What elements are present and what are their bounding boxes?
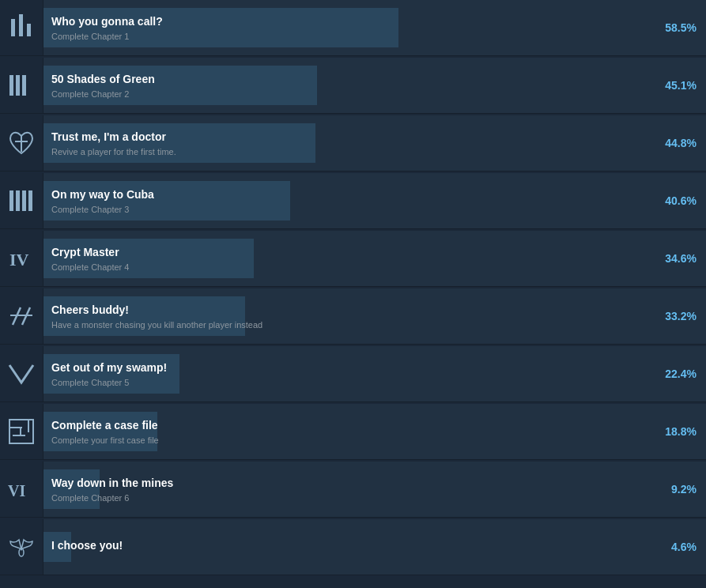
achievement-content: Cheers buddy!Have a monster chasing you … [43, 296, 651, 336]
achievement-row[interactable]: Cheers buddy!Have a monster chasing you … [0, 288, 706, 345]
achievement-content: On my way to CubaComplete Chapter 3 [43, 181, 651, 220]
achievement-description: Complete Chapter 2 [51, 89, 643, 99]
achievement-title: Complete a case file [51, 418, 643, 434]
achievement-title: Who you gonna call? [51, 14, 643, 30]
achievement-content: Who you gonna call?Complete Chapter 1 [43, 8, 651, 47]
achievement-description: Have a monster chasing you kill another … [51, 320, 643, 330]
achievement-row[interactable]: 50 Shades of GreenComplete Chapter 245.1… [0, 58, 706, 114]
achievement-icon-complete-a-case-file [0, 404, 43, 459]
achievement-percent: 45.1% [651, 79, 706, 92]
achievement-description: Revive a player for the first time. [51, 147, 643, 156]
achievement-description: Complete Chapter 4 [51, 262, 643, 272]
svg-rect-2 [27, 24, 31, 36]
achievement-content: 50 Shades of GreenComplete Chapter 2 [43, 66, 651, 105]
achievement-content: I choose you! [43, 532, 651, 562]
achievement-icon-who-you-gonna-call [0, 0, 43, 55]
achievement-percent: 18.8% [651, 425, 706, 438]
achievements-list: Who you gonna call?Complete Chapter 158.… [0, 0, 706, 575]
achievement-row[interactable]: On my way to CubaComplete Chapter 340.6% [0, 173, 706, 229]
achievement-percent: 34.6% [651, 252, 706, 265]
achievement-title: I choose you! [51, 538, 643, 554]
achievement-row[interactable]: VIWay down in the minesComplete Chapter … [0, 462, 706, 518]
achievement-title: On my way to Cuba [51, 187, 643, 203]
achievement-icon-i-choose-you [0, 519, 43, 575]
achievement-title: Cheers buddy! [51, 303, 643, 318]
achievement-title: Get out of my swamp! [51, 360, 643, 376]
svg-text:VI: VI [8, 482, 25, 499]
achievement-description: Complete Chapter 6 [51, 493, 643, 503]
achievement-icon-trust-me-im-a-doctor [0, 115, 43, 171]
svg-rect-0 [11, 19, 15, 36]
achievement-row[interactable]: Who you gonna call?Complete Chapter 158.… [0, 0, 706, 56]
svg-rect-11 [28, 190, 32, 211]
svg-rect-1 [19, 14, 23, 36]
achievement-description: Complete your first case file [51, 435, 643, 445]
achievement-icon-get-out-of-my-swamp [0, 346, 43, 401]
achievement-row[interactable]: Trust me, I'm a doctorRevive a player fo… [0, 115, 706, 172]
achievement-title: Trust me, I'm a doctor [51, 130, 643, 145]
achievement-icon-50-shades-of-green [0, 58, 43, 113]
achievement-content: Way down in the minesComplete Chapter 6 [43, 469, 651, 509]
achievement-percent: 22.4% [651, 368, 706, 380]
svg-rect-8 [9, 190, 13, 211]
svg-rect-4 [16, 75, 20, 96]
achievement-description: Complete Chapter 5 [51, 378, 643, 387]
svg-text:IV: IV [9, 250, 29, 270]
achievement-percent: 9.2% [651, 483, 706, 496]
achievement-row[interactable]: IVCrypt MasterComplete Chapter 434.6% [0, 231, 706, 287]
svg-rect-5 [22, 75, 26, 96]
achievement-percent: 40.6% [651, 194, 706, 207]
achievement-icon-way-down-in-the-mines: VI [0, 462, 43, 517]
achievement-row[interactable]: Get out of my swamp!Complete Chapter 522… [0, 346, 706, 402]
achievement-percent: 4.6% [651, 541, 706, 553]
achievement-icon-crypt-master: IV [0, 231, 43, 286]
achievement-content: Trust me, I'm a doctorRevive a player fo… [43, 123, 651, 163]
achievement-row[interactable]: Complete a case fileComplete your first … [0, 404, 706, 460]
svg-rect-9 [16, 190, 20, 211]
achievement-row[interactable]: I choose you!4.6% [0, 519, 706, 575]
achievement-percent: 58.5% [651, 21, 706, 34]
achievement-title: 50 Shades of Green [51, 72, 643, 88]
achievement-content: Complete a case fileComplete your first … [43, 412, 651, 451]
achievement-title: Crypt Master [51, 245, 643, 261]
svg-rect-10 [22, 190, 26, 211]
achievement-content: Get out of my swamp!Complete Chapter 5 [43, 354, 651, 394]
svg-rect-3 [9, 75, 13, 96]
achievement-percent: 44.8% [651, 137, 706, 149]
achievement-icon-cheers-buddy [0, 288, 43, 344]
achievement-icon-on-my-way-to-cuba [0, 173, 43, 228]
achievement-content: Crypt MasterComplete Chapter 4 [43, 239, 651, 278]
achievement-description: Complete Chapter 1 [51, 32, 643, 41]
achievement-title: Way down in the mines [51, 476, 643, 492]
achievement-description: Complete Chapter 3 [51, 205, 643, 214]
achievement-percent: 33.2% [651, 310, 706, 322]
